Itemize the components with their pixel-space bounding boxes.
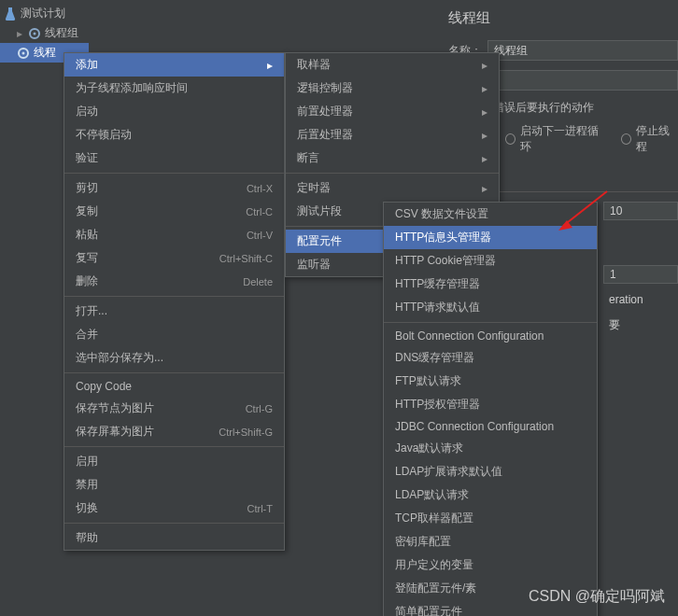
comment-input[interactable] [487,70,678,91]
menu-item-label: 验证 [76,150,98,166]
menu-separator [384,322,597,323]
add-menu-item[interactable]: 取样器▸ [286,53,499,77]
tree-item-label: 线程组 [45,25,78,41]
config-menu-item[interactable]: Java默认请求 [384,437,597,460]
menu-separator [64,173,284,174]
menu-item-label: Bolt Connection Configuration [395,329,544,343]
menu-item-label: 简单配置元件 [395,604,462,616]
main-menu-item[interactable]: 复制Ctrl-C [64,200,284,223]
main-menu-item[interactable]: 不停顿启动 [64,123,284,147]
flask-icon [4,7,17,21]
menu-separator [286,173,499,174]
menu-item-label: HTTP请求默认值 [395,300,480,315]
menu-item-label: 切换 [76,500,98,516]
menu-item-label: 保存屏幕为图片 [76,424,154,440]
menu-item-label: HTTP Cookie管理器 [395,253,496,269]
add-menu-item[interactable]: 逻辑控制器▸ [286,77,499,100]
config-menu-item[interactable]: CSV 数据文件设置 [384,203,597,226]
menu-item-label: 配置元件 [297,233,342,249]
name-input[interactable] [487,40,678,61]
menu-item-label: 断言 [297,150,319,166]
main-menu-item[interactable]: 禁用 [64,473,284,497]
menu-item-label: 剪切 [76,180,98,196]
menu-shortcut: Ctrl-G [246,403,273,414]
radio-start-next[interactable]: 启动下一进程循环 [505,123,604,155]
menu-shortcut: Ctrl-C [246,206,273,217]
config-menu-item[interactable]: FTP默认请求 [384,370,597,393]
menu-item-label: 复制 [76,203,98,219]
tree-root[interactable]: 测试计划 [0,4,89,23]
main-menu-item[interactable]: 帮助 [64,526,284,550]
config-menu-item[interactable]: HTTP请求默认值 [384,296,597,319]
config-menu-item[interactable]: HTTP缓存管理器 [384,273,597,296]
main-menu-item[interactable]: 选中部分保存为... [64,346,284,370]
chevron-right-icon: ▸ [482,105,487,119]
svg-point-1 [34,32,36,35]
menu-item-label: 测试片段 [297,203,342,219]
menu-item-label: 为子线程添加响应时间 [76,80,188,96]
config-menu-item[interactable]: DNS缓存管理器 [384,346,597,370]
menu-item-label: 启动 [76,104,98,119]
config-menu-item[interactable]: JDBC Connection Configuration [384,416,597,437]
main-menu-item[interactable]: 剪切Ctrl-X [64,176,284,200]
main-menu-item[interactable]: 保存节点为图片Ctrl-G [64,397,284,420]
add-menu-item[interactable]: 断言▸ [286,147,499,170]
panel-title: 线程组 [448,9,678,27]
config-menu-item[interactable]: HTTP授权管理器 [384,393,597,416]
config-menu-item[interactable]: LDAP扩展请求默认值 [384,460,597,483]
gear-icon [17,47,30,60]
main-menu-item[interactable]: 添加▸ [64,53,284,77]
menu-item-label: FTP默认请求 [395,373,461,389]
config-menu-item[interactable]: HTTP Cookie管理器 [384,249,597,273]
main-menu-item[interactable]: 为子线程添加响应时间 [64,77,284,100]
main-menu-item[interactable]: 切换Ctrl-T [64,497,284,520]
menu-item-label: JDBC Connection Configuration [395,420,554,433]
menu-item-label: 帮助 [76,530,98,546]
chevron-right-icon: ▸ [267,59,273,72]
menu-shortcut: Ctrl-T [247,503,274,514]
main-menu-item[interactable]: 启动 [64,100,284,123]
main-menu-item[interactable]: 删除Delete [64,270,284,293]
menu-item-label: Copy Code [76,380,132,393]
menu-item-label: 添加 [76,57,98,73]
tree-item-threadgroup-1[interactable]: ▸ 线程组 [0,23,89,43]
main-menu-item[interactable]: 粘贴Ctrl-V [64,223,284,246]
context-menu-main: 添加▸为子线程添加响应时间启动不停顿启动验证剪切Ctrl-X复制Ctrl-C粘贴… [64,52,285,551]
config-menu-item[interactable]: TCP取样器配置 [384,507,597,530]
main-menu-item[interactable]: 合并 [64,323,284,346]
menu-item-label: LDAP默认请求 [395,487,469,503]
menu-separator [64,372,284,373]
config-menu-item[interactable]: 用户定义的变量 [384,553,597,577]
prop-text: 要 [603,315,678,335]
chevron-right-icon: ▸ [482,152,487,165]
main-menu-item[interactable]: 复写Ctrl+Shift-C [64,246,284,270]
main-menu-item[interactable]: 验证 [64,147,284,170]
main-menu-item[interactable]: Copy Code [64,376,284,397]
main-menu-item[interactable]: 打开... [64,300,284,323]
config-menu-item[interactable]: HTTP信息头管理器 [384,226,597,249]
menu-item-label: 粘贴 [76,227,98,243]
config-menu-item[interactable]: Bolt Connection Configuration [384,326,597,346]
menu-item-label: 逻辑控制器 [297,80,353,96]
radio-stop-thread[interactable]: 停止线程 [621,123,678,155]
main-menu-item[interactable]: 启用 [64,450,284,473]
menu-separator [64,296,284,297]
menu-item-label: 启用 [76,454,98,469]
add-menu-item[interactable]: 前置处理器▸ [286,100,499,123]
config-menu-item[interactable]: LDAP默认请求 [384,483,597,507]
prop-input[interactable] [603,265,678,284]
menu-shortcut: Ctrl+Shift-G [219,427,273,438]
menu-item-label: 定时器 [297,180,331,196]
menu-item-label: 不停顿启动 [76,127,132,143]
add-menu-item[interactable]: 定时器▸ [286,176,499,200]
chevron-right-icon: ▸ [482,129,487,142]
threads-input[interactable] [603,202,678,220]
submenu-config-elements: CSV 数据文件设置HTTP信息头管理器HTTP Cookie管理器HTTP缓存… [383,202,598,616]
main-menu-item[interactable]: 保存屏幕为图片Ctrl+Shift-G [64,420,284,443]
add-menu-item[interactable]: 后置处理器▸ [286,123,499,147]
menu-item-label: LDAP扩展请求默认值 [395,464,502,480]
menu-item-label: 密钥库配置 [395,534,451,550]
config-menu-item[interactable]: 密钥库配置 [384,530,597,553]
radio-dot-icon [621,133,631,145]
expand-icon: ▸ [17,27,24,40]
